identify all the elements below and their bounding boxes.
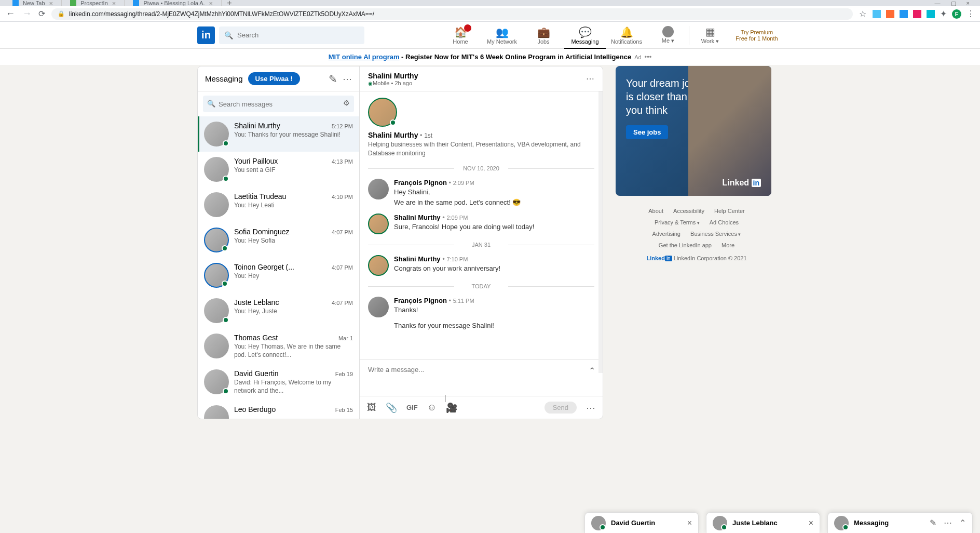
back-icon[interactable]: ← xyxy=(5,8,16,19)
nav-network[interactable]: 👥 My Network xyxy=(481,22,523,49)
extensions-menu-icon[interactable]: ✦ xyxy=(940,9,947,19)
chrome-menu-icon[interactable]: ⋮ xyxy=(967,9,975,19)
send-button[interactable]: Send xyxy=(545,402,577,414)
ad-cta-button[interactable]: See jobs xyxy=(626,125,668,139)
chrome-profile[interactable]: F xyxy=(952,9,961,19)
compose-icon[interactable]: ✎ xyxy=(930,518,936,528)
extension-icon[interactable] xyxy=(913,10,921,18)
message-search-input[interactable] xyxy=(203,96,354,112)
gif-button[interactable]: GIF xyxy=(406,404,418,411)
avatar[interactable] xyxy=(368,297,389,317)
conversation-preview: You: Hey xyxy=(234,272,353,281)
footer-link[interactable]: Advertising xyxy=(652,231,680,237)
video-icon[interactable]: 🎥 xyxy=(446,402,457,414)
global-search[interactable]: 🔍 xyxy=(219,26,364,44)
reload-icon[interactable]: ⟳ xyxy=(38,9,45,19)
nav-me[interactable]: Me ▾ xyxy=(647,22,689,49)
conversation-item[interactable]: Sofia Dominguez 4:07 PM You: Hey Sofia xyxy=(198,222,359,258)
nav-home[interactable]: 🏠 Home xyxy=(440,22,481,49)
close-window-icon[interactable]: × xyxy=(967,0,970,7)
conversation-name: Laetitia Trudeau xyxy=(234,192,286,201)
nav-messaging[interactable]: 💬 Messaging xyxy=(564,22,606,49)
close-icon[interactable]: × xyxy=(112,0,116,7)
minimize-icon[interactable]: — xyxy=(935,0,941,7)
nav-jobs[interactable]: 💼 Jobs xyxy=(523,22,564,49)
browser-tab[interactable]: Piwaa • Blessing Lola A. × xyxy=(125,0,222,6)
nav-work[interactable]: ▦ Work ▾ xyxy=(689,22,731,49)
footer-link[interactable]: Business Services xyxy=(690,231,741,237)
avatar[interactable] xyxy=(368,179,389,199)
nav-premium[interactable]: Try Premium Free for 1 Month xyxy=(731,22,783,49)
message-sender[interactable]: François Pignon xyxy=(394,179,447,186)
extension-icon[interactable] xyxy=(900,10,908,18)
message-input[interactable] xyxy=(368,366,583,381)
filter-icon[interactable]: ⚙ xyxy=(343,99,350,107)
footer-link[interactable]: Ad Choices xyxy=(710,219,739,225)
conversation-item[interactable]: Toinon Georget (... 4:07 PM You: Hey xyxy=(198,258,359,293)
extension-icon[interactable] xyxy=(927,10,935,18)
conversation-item[interactable]: Youri Pailloux 4:13 PM You sent a GIF xyxy=(198,152,359,187)
bookmark-icon[interactable]: ☆ xyxy=(859,9,866,19)
message-sender[interactable]: Shalini Murthy xyxy=(394,255,441,263)
footer-link[interactable]: Get the LinkedIn app xyxy=(659,242,712,248)
message-sender[interactable]: Shalini Murthy xyxy=(394,214,441,221)
message-sender[interactable]: François Pignon xyxy=(394,297,447,304)
emoji-icon[interactable]: ☺ xyxy=(427,402,437,413)
chat-tab[interactable]: David Guertin × xyxy=(584,512,699,533)
conversation-name: Thomas Gest xyxy=(234,334,278,342)
search-input[interactable] xyxy=(237,31,359,39)
more-icon[interactable]: ⋯ xyxy=(343,73,352,85)
conversation-preview: You: Thanks for your message Shalini! xyxy=(234,131,353,139)
more-icon[interactable]: ⋯ xyxy=(944,518,952,528)
conversation-item[interactable]: Laetitia Trudeau 4:10 PM You: Hey Leati xyxy=(198,187,359,222)
footer-link[interactable]: Privacy & Terms xyxy=(655,219,700,225)
messaging-tab[interactable]: Messaging ✎ ⋯ ⌃ xyxy=(827,512,973,533)
footer-link[interactable]: Accessibility xyxy=(673,208,704,214)
close-icon[interactable]: × xyxy=(209,0,213,7)
forward-icon[interactable]: → xyxy=(22,8,32,19)
conversation-item[interactable]: Shalini Murthy 5:12 PM You: Thanks for y… xyxy=(198,116,359,152)
avatar[interactable] xyxy=(368,214,389,234)
conversation-item[interactable]: David Guertin Feb 19 David: Hi François,… xyxy=(198,364,359,400)
chat-tab[interactable]: Juste Leblanc × xyxy=(706,512,820,533)
chevron-up-icon[interactable]: ⌃ xyxy=(959,518,966,528)
avatar xyxy=(204,369,229,394)
avatar xyxy=(204,157,229,182)
footer-link[interactable]: About xyxy=(648,208,663,214)
conversation-item[interactable]: Juste Leblanc 4:07 PM You: Hey, Juste xyxy=(198,293,359,328)
url-input[interactable]: 🔒 linkedin.com/messaging/thread/2-MjE0ZW… xyxy=(51,8,853,20)
maximize-icon[interactable]: ▢ xyxy=(951,0,956,7)
close-icon[interactable]: × xyxy=(49,0,53,7)
footer-link[interactable]: More xyxy=(722,242,734,248)
avatar xyxy=(204,263,229,288)
linkedin-logo[interactable]: in xyxy=(197,26,215,44)
new-tab-button[interactable]: + xyxy=(222,0,237,8)
address-bar: ← → ⟳ 🔒 linkedin.com/messaging/thread/2-… xyxy=(0,6,980,22)
close-icon[interactable]: × xyxy=(687,518,692,528)
message-text: We are in the same pod. Let's connect! 😎 xyxy=(394,198,594,207)
close-icon[interactable]: × xyxy=(809,518,813,528)
home-icon: 🏠 xyxy=(454,26,467,38)
extension-icon[interactable] xyxy=(873,10,881,18)
sidebar-ad[interactable]: Your dream job is closer than you think … xyxy=(616,66,771,196)
compose-more-icon[interactable]: ⋯ xyxy=(586,402,595,414)
nav-notifications[interactable]: 🔔 Notifications xyxy=(606,22,647,49)
compose-area[interactable]: ⌃ xyxy=(360,359,603,396)
compose-icon[interactable]: ✎ xyxy=(329,73,337,85)
extension-icon[interactable] xyxy=(886,10,894,18)
thread-contact-name[interactable]: Shalini Murthy xyxy=(368,72,418,80)
use-piwaa-button[interactable]: Use Piwaa ! xyxy=(248,72,300,85)
thread-more-icon[interactable]: ⋯ xyxy=(586,74,594,84)
conversation-item[interactable]: Thomas Gest Mar 1 You: Hey Thomas, We ar… xyxy=(198,328,359,364)
conversation-item[interactable]: Leo Berdugo Feb 15 xyxy=(198,400,359,419)
ad-menu-icon[interactable]: ••• xyxy=(645,53,652,61)
image-icon[interactable]: 🖼 xyxy=(367,402,376,413)
attachment-icon[interactable]: 📎 xyxy=(386,402,397,414)
browser-tab[interactable]: ProspectIn × xyxy=(62,0,125,6)
ad-banner-link[interactable]: MIT online AI program xyxy=(329,53,400,61)
avatar[interactable] xyxy=(368,255,389,276)
browser-tab[interactable]: New Tab × xyxy=(4,0,62,6)
chevron-up-icon[interactable]: ⌃ xyxy=(589,366,595,376)
footer-link[interactable]: Help Center xyxy=(714,208,745,214)
contact-profile-summary[interactable]: Shalini Murthy · 1st Helping businesses … xyxy=(368,98,594,158)
